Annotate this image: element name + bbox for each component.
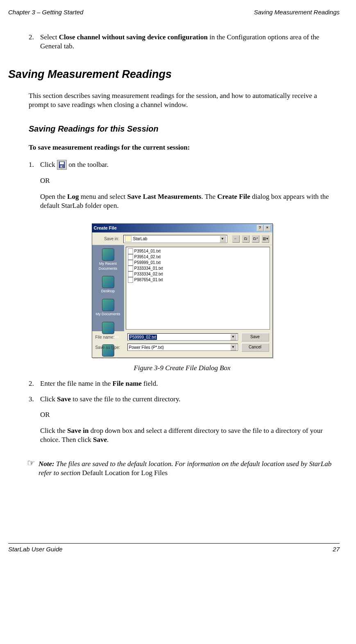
place-desktop[interactable]: Desktop [92,274,124,297]
heading-saving-measurement: Saving Measurement Readings [8,67,336,82]
list-item[interactable]: P333334_02.txt [127,271,268,277]
chevron-down-icon: ▼ [230,344,236,350]
new-folder-button[interactable]: 🗀* [252,235,259,243]
step-1: 1. Click on the toolbar. OR Open the Log… [29,160,336,217]
view-menu-button[interactable]: ▥▾ [262,235,269,243]
footer-left: StarLab User Guide [8,545,63,553]
close-button[interactable]: × [264,225,271,231]
help-button[interactable]: ? [257,225,263,231]
places-bar: My Recent Documents Desktop My Documents… [92,245,124,331]
figure-caption: Figure 3-9 Create File Dialog Box [29,364,336,373]
save-in-dropdown[interactable]: StarLab ▼ [123,235,227,243]
header-left: Chapter 3 – Getting Started [8,8,83,16]
list-item[interactable]: P59999_01.txt [127,260,268,266]
place-recent[interactable]: My Recent Documents [92,247,124,274]
step-2: 2. Enter the file name in the File name … [29,379,336,388]
step-3: 3. Click Save to save the file to the cu… [29,395,336,451]
chevron-down-icon: ▼ [220,236,226,242]
file-icon [128,254,133,260]
file-name-field[interactable]: P59999_02.txt ▼ [127,333,238,341]
page-number: 27 [333,545,340,553]
step-number: 2. [29,379,40,388]
pointing-hand-icon: ☞ [27,460,39,478]
up-one-level-button[interactable]: 🗀 [242,235,249,243]
save-in-label: Save in: [95,236,121,241]
list-item[interactable]: P39514_01.txt [127,248,268,254]
header-right: Saving Measurement Readings [254,8,340,16]
list-item[interactable]: P987654_01.txt [127,277,268,283]
list-item[interactable]: P39514_02.txt [127,254,268,260]
bold-phrase: Close channel without saving device conf… [59,33,208,41]
heading-saving-session: Saving Readings for this Session [29,123,336,134]
file-icon [128,248,133,254]
list-item[interactable]: P333334_01.txt [127,266,268,271]
note-label: Note: [39,460,54,468]
chevron-down-icon: ▼ [230,334,236,340]
create-file-dialog: Create File ? × Save in: StarLab ▼ ← 🗀 🗀… [92,223,273,358]
file-icon [128,271,133,277]
file-list[interactable]: P39514_01.txt P39514_02.txt P59999_01.tx… [126,247,270,330]
cancel-button[interactable]: Cancel [241,343,269,352]
dialog-titlebar: Create File ? × [92,224,272,232]
step-number: 2. [29,33,40,51]
save-as-type-dropdown[interactable]: Power Files (P*.txt) ▼ [127,344,238,351]
subheading: To save measurement readings for the cur… [29,143,336,152]
file-icon [128,266,133,271]
step-number: 1. [29,160,40,217]
folder-icon [125,236,132,242]
intro-paragraph: This section describes saving measuremen… [29,91,336,109]
svg-rect-3 [62,166,63,167]
file-name-label: File name: [95,335,124,340]
save-toolbar-icon [57,160,67,170]
intro-step-2: 2. Select Close channel without saving d… [29,33,336,51]
place-mydocs[interactable]: My Documents [92,297,124,320]
or-text: OR [40,176,336,185]
file-icon [128,260,133,266]
svg-rect-1 [60,162,64,164]
dialog-title: Create File [94,225,117,231]
step-number: 3. [29,395,40,451]
save-as-type-label: Save as type: [95,345,124,350]
save-button[interactable]: Save [241,333,269,341]
or-text: OR [40,410,336,419]
file-icon [128,277,133,283]
note-block: ☞ Note: The files are saved to the defau… [27,460,336,478]
back-button[interactable]: ← [232,235,240,243]
